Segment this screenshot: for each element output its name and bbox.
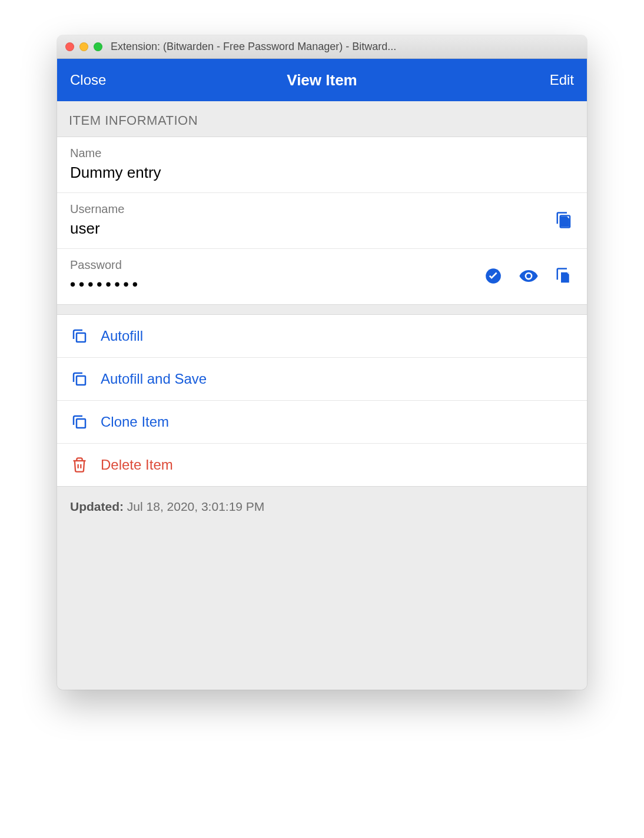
clone-item-label: Clone Item <box>101 414 169 430</box>
copy-username-button[interactable] <box>554 210 574 230</box>
section-header-item-info: ITEM INFORMATION <box>57 101 587 137</box>
clone-icon <box>70 327 89 345</box>
close-button[interactable]: Close <box>70 72 117 88</box>
delete-item-button[interactable]: Delete Item <box>57 444 587 486</box>
autofill-button[interactable]: Autofill <box>57 315 587 358</box>
check-password-button[interactable] <box>483 266 503 286</box>
username-label: Username <box>70 202 554 216</box>
username-value: user <box>70 220 554 238</box>
copy-icon <box>555 211 573 229</box>
updated-label: Updated: <box>70 500 124 513</box>
clone-icon <box>70 413 89 431</box>
minimize-window-button[interactable] <box>79 42 88 51</box>
item-info-card: Name Dummy entry Username user <box>57 137 587 305</box>
updated-meta: Updated: Jul 18, 2020, 3:01:19 PM <box>57 487 587 527</box>
svg-rect-7 <box>77 419 85 428</box>
content-body: ITEM INFORMATION Name Dummy entry Userna… <box>57 101 587 690</box>
actions-card: Autofill Autofill and Save <box>57 314 587 487</box>
password-row: Password •••••••• <box>57 249 587 304</box>
clone-icon <box>70 370 89 388</box>
window-title: Extension: (Bitwarden - Free Password Ma… <box>111 41 579 53</box>
page-title: View Item <box>117 71 527 89</box>
close-window-button[interactable] <box>65 42 74 51</box>
toggle-password-visibility-button[interactable] <box>519 266 539 286</box>
updated-value: Jul 18, 2020, 3:01:19 PM <box>127 500 265 513</box>
window-controls <box>65 42 102 51</box>
svg-rect-6 <box>77 376 85 385</box>
check-circle-icon <box>485 268 502 284</box>
autofill-save-label: Autofill and Save <box>101 371 207 387</box>
app-window: Extension: (Bitwarden - Free Password Ma… <box>57 35 587 690</box>
maximize-window-button[interactable] <box>94 42 102 51</box>
app-header: Close View Item Edit <box>57 59 587 101</box>
copy-icon <box>555 267 573 285</box>
delete-item-label: Delete Item <box>101 457 173 473</box>
password-label: Password <box>70 258 483 272</box>
username-row: Username user <box>57 193 587 249</box>
name-row: Name Dummy entry <box>57 137 587 193</box>
window-titlebar: Extension: (Bitwarden - Free Password Ma… <box>57 35 587 59</box>
autofill-label: Autofill <box>101 328 143 344</box>
svg-rect-3 <box>561 272 569 283</box>
password-value: •••••••• <box>70 275 483 294</box>
autofill-save-button[interactable]: Autofill and Save <box>57 358 587 401</box>
eye-icon <box>519 266 539 286</box>
svg-rect-5 <box>77 333 85 342</box>
edit-button[interactable]: Edit <box>527 72 574 88</box>
name-value: Dummy entry <box>70 164 574 182</box>
copy-password-button[interactable] <box>554 266 574 286</box>
clone-item-button[interactable]: Clone Item <box>57 401 587 444</box>
name-label: Name <box>70 147 574 160</box>
svg-rect-0 <box>561 217 569 227</box>
trash-icon <box>70 455 89 474</box>
